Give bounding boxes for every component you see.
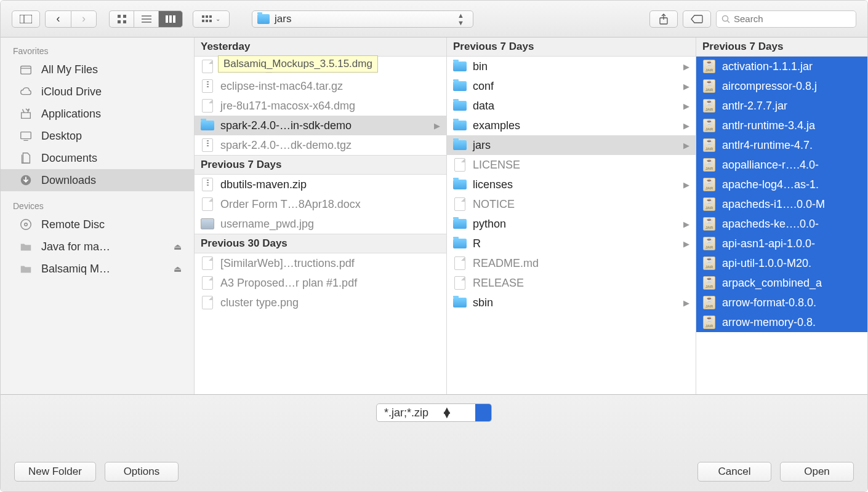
open-button[interactable]: Open	[780, 462, 854, 482]
sidebar-item-balsamiq-m-[interactable]: Balsamiq M…⏏	[1, 258, 194, 280]
file-row[interactable]: aircompressor-0.8.j	[696, 76, 867, 96]
file-row[interactable]: jars▶	[447, 135, 696, 155]
svg-rect-9	[166, 15, 168, 23]
file-row[interactable]: apacheds-ke….0.0-	[696, 214, 867, 234]
file-row[interactable]: api-util-1.0.0-M20.	[696, 253, 867, 273]
file-row[interactable]: spark-2.4.0-…dk-demo.tgz	[195, 135, 446, 155]
file-name: antlr4-runtime-4.7.	[722, 139, 813, 152]
file-name: spark-2.4.0-…dk-demo.tgz	[220, 139, 352, 152]
file-row[interactable]: examples▶	[447, 116, 696, 135]
file-row[interactable]: NOTICE	[447, 194, 696, 214]
favorites-header: Favorites	[1, 41, 194, 58]
file-row[interactable]: conf▶	[447, 76, 696, 96]
file-row[interactable]: A3 Proposed…r plan #1.pdf	[195, 273, 446, 293]
file-row[interactable]: jre-8u171-macosx-x64.dmg	[195, 96, 446, 116]
sidebar-item-desktop[interactable]: Desktop	[1, 125, 194, 147]
group-header: Previous 7 Days	[696, 38, 867, 57]
sidebar-item-documents[interactable]: Documents	[1, 147, 194, 169]
sidebar-item-remote-disc[interactable]: Remote Disc	[1, 213, 194, 236]
document-icon	[202, 256, 213, 270]
file-name: api-asn1-api-1.0.0-	[722, 237, 815, 250]
svg-rect-11	[173, 15, 175, 23]
file-row[interactable]: spark-2.4.0-…in-sdk-demo▶	[195, 116, 446, 135]
file-row[interactable]: licenses▶	[447, 175, 696, 194]
sidebar-item-applications[interactable]: Applications	[1, 103, 194, 125]
file-name: data	[473, 100, 494, 113]
sidebar-item-java-for-ma-[interactable]: Java for ma…⏏	[1, 236, 194, 258]
file-row[interactable]: api-asn1-api-1.0.0-	[696, 234, 867, 253]
group-header: Yesterday	[195, 38, 446, 57]
back-button[interactable]: ‹	[45, 10, 71, 28]
file-row[interactable]: RELEASE	[447, 273, 696, 293]
file-name: README.md	[473, 257, 539, 270]
file-name: sbin	[473, 296, 493, 309]
file-row[interactable]: sbin▶	[447, 293, 696, 312]
sidebar-item-all-my-files[interactable]: All My Files	[1, 58, 194, 81]
view-icons-button[interactable]	[109, 10, 134, 28]
svg-point-20	[723, 15, 728, 21]
chevron-right-icon: ▶	[683, 121, 689, 130]
folder-icon	[453, 62, 467, 71]
file-name: examples	[473, 119, 520, 132]
file-row[interactable]: arrow-format-0.8.0.	[696, 293, 867, 312]
file-row[interactable]: antlr4-runtime-4.7.	[696, 135, 867, 155]
group-header: Previous 30 Days	[195, 234, 446, 253]
jar-icon	[703, 79, 715, 93]
file-row[interactable]: R▶	[447, 234, 696, 253]
file-name: arrow-memory-0.8.	[722, 316, 816, 329]
chevron-right-icon: ▶	[434, 121, 440, 130]
eject-icon[interactable]: ⏏	[174, 264, 182, 274]
file-row[interactable]: antlr-2.7.7.jar	[696, 96, 867, 116]
folder-icon	[453, 81, 467, 91]
file-row[interactable]: apacheds-i1….0.0-M	[696, 194, 867, 214]
archive-icon	[202, 79, 213, 93]
search-field[interactable]	[716, 10, 856, 28]
file-row[interactable]: Balsamiq_Moc…3.5.15.dmg	[195, 57, 446, 76]
file-row[interactable]: bin▶	[447, 57, 696, 76]
file-name: LICENSE	[473, 159, 520, 172]
file-row[interactable]: arpack_combined_a	[696, 273, 867, 293]
folder-icon	[453, 219, 467, 229]
file-row[interactable]: data▶	[447, 96, 696, 116]
document-icon	[454, 256, 465, 270]
file-row[interactable]: eclipse-inst-mac64.tar.gz	[195, 76, 446, 96]
file-row[interactable]: username_pwd.jpg	[195, 214, 446, 234]
sidebar: Favorites All My FilesiCloud DriveApplic…	[1, 38, 195, 394]
sidebar-item-icloud-drive[interactable]: iCloud Drive	[1, 81, 194, 103]
file-row[interactable]: antlr-runtime-3.4.ja	[696, 116, 867, 135]
eject-icon[interactable]: ⏏	[174, 242, 182, 252]
document-icon	[202, 60, 213, 73]
file-name: Balsamiq_Moc…3.5.15.dmg	[220, 60, 360, 73]
view-columns-button[interactable]	[158, 10, 183, 28]
path-dropdown[interactable]: jars ▲▼	[252, 10, 473, 28]
sidebar-toggle-button[interactable]	[12, 10, 40, 28]
file-row[interactable]: LICENSE	[447, 155, 696, 175]
forward-button[interactable]: ›	[71, 10, 97, 28]
options-button[interactable]: Options	[105, 462, 179, 482]
devices-header: Devices	[1, 196, 194, 213]
file-filter-dropdown[interactable]: *.jar;*.zip ▲▼	[376, 403, 492, 422]
search-input[interactable]	[734, 14, 851, 24]
file-row[interactable]: [SimilarWeb]…tructions.pdf	[195, 253, 446, 273]
file-row[interactable]: aopalliance-r….4.0-	[696, 155, 867, 175]
folder-icon	[453, 239, 467, 248]
share-button[interactable]	[649, 10, 678, 28]
file-row[interactable]: arrow-memory-0.8.	[696, 312, 867, 332]
jar-icon	[703, 178, 715, 191]
tags-button[interactable]	[683, 10, 711, 28]
new-folder-button[interactable]: New Folder	[14, 462, 96, 482]
file-row[interactable]: cluster type.png	[195, 293, 446, 312]
sidebar-item-label: All My Files	[41, 63, 98, 76]
arrange-button[interactable]: ⌄	[193, 10, 230, 28]
file-row[interactable]: activation-1.1.1.jar	[696, 57, 867, 76]
file-row[interactable]: apache-log4…as-1.	[696, 175, 867, 194]
file-row[interactable]: README.md	[447, 253, 696, 273]
view-list-button[interactable]	[134, 10, 158, 28]
sidebar-item-label: Balsamiq M…	[41, 263, 110, 276]
file-row[interactable]: python▶	[447, 214, 696, 234]
cancel-button[interactable]: Cancel	[697, 462, 771, 482]
file-name: aircompressor-0.8.j	[722, 80, 817, 93]
file-row[interactable]: Order Form T…8Apr18.docx	[195, 194, 446, 214]
sidebar-item-downloads[interactable]: Downloads	[1, 169, 194, 191]
file-row[interactable]: dbutils-maven.zip	[195, 175, 446, 194]
